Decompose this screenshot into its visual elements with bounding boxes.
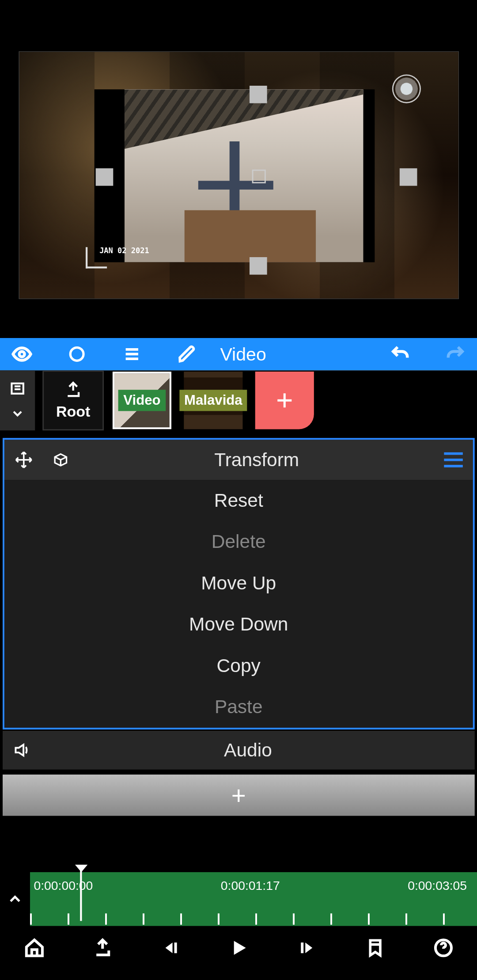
menu-item-move-down[interactable]: Move Down xyxy=(4,604,473,645)
clip-building-decoration xyxy=(184,210,315,262)
resize-handle-top[interactable] xyxy=(250,86,267,103)
transform-panel-header: Transform xyxy=(4,440,473,480)
layer-side-controls xyxy=(0,370,35,430)
plus-icon: + xyxy=(231,781,246,809)
audio-label: Audio xyxy=(31,740,465,761)
share-button[interactable] xyxy=(89,935,115,961)
timeline-track[interactable]: 0:00:00:00 0:00:01:17 0:00:03:05 xyxy=(30,872,477,926)
svg-rect-4 xyxy=(301,942,303,953)
timeline-tick: 0:00:03:05 xyxy=(408,878,467,893)
svg-point-0 xyxy=(19,351,25,357)
move-icon[interactable] xyxy=(15,451,33,469)
layer-thumb-video[interactable]: Video xyxy=(113,372,171,429)
layer-thumb-label: Video xyxy=(118,390,166,411)
timeline-tick: 0:00:01:17 xyxy=(221,878,280,893)
timeline: 0:00:00:00 0:00:01:17 0:00:03:05 xyxy=(0,872,477,926)
resize-handle-left[interactable] xyxy=(96,168,114,186)
corner-brace-icon[interactable] xyxy=(86,247,107,268)
preview-selected-clip[interactable] xyxy=(95,89,375,262)
audio-section[interactable]: Audio xyxy=(3,731,475,770)
svg-point-1 xyxy=(70,348,83,361)
playhead[interactable] xyxy=(80,867,82,921)
record-toggle[interactable] xyxy=(64,346,90,363)
menu-item-delete: Delete xyxy=(4,521,473,562)
menu-item-copy[interactable]: Copy xyxy=(4,645,473,686)
editor-toolbar: Video xyxy=(0,338,477,371)
redo-button[interactable] xyxy=(442,343,468,365)
play-button[interactable] xyxy=(225,935,251,961)
layer-outline-icon[interactable] xyxy=(9,380,26,397)
menu-item-move-up[interactable]: Move Up xyxy=(4,562,473,604)
collapse-chevron-icon[interactable] xyxy=(10,406,25,421)
bottom-nav xyxy=(0,927,477,969)
svg-rect-3 xyxy=(174,942,177,953)
root-layer-button[interactable]: Root xyxy=(42,370,104,430)
panel-menu-button[interactable] xyxy=(444,452,462,467)
hamburger-menu[interactable] xyxy=(119,345,145,363)
plus-icon xyxy=(274,390,295,411)
add-layer-button[interactable] xyxy=(255,372,314,429)
root-layer-label: Root xyxy=(56,403,90,421)
edit-button[interactable] xyxy=(174,345,200,363)
undo-button[interactable] xyxy=(387,343,413,365)
layer-thumb-label: Malavida xyxy=(179,390,247,411)
layer-thumb-malavida[interactable]: Malavida xyxy=(184,372,242,429)
help-button[interactable] xyxy=(430,935,456,961)
menu-item-reset[interactable]: Reset xyxy=(4,480,473,521)
bookmark-button[interactable] xyxy=(362,935,388,961)
add-track-button[interactable]: + xyxy=(3,775,475,816)
step-forward-button[interactable] xyxy=(294,935,320,961)
export-icon xyxy=(64,380,82,399)
transform-panel: Transform Reset Delete Move Up Move Down… xyxy=(3,438,475,729)
anchor-handle[interactable] xyxy=(252,170,266,183)
timeline-expand-button[interactable] xyxy=(0,890,30,908)
timeline-tick: 0:00:00:00 xyxy=(34,878,93,893)
speaker-icon xyxy=(12,741,31,760)
resize-handle-right[interactable] xyxy=(400,168,417,186)
toolbar-title: Video xyxy=(220,344,266,365)
menu-item-paste: Paste xyxy=(4,686,473,727)
preview-canvas[interactable]: JAN 02 2021 xyxy=(19,51,459,299)
cube-icon[interactable] xyxy=(52,451,70,469)
resize-handle-bottom[interactable] xyxy=(250,257,267,275)
step-back-button[interactable] xyxy=(157,935,183,961)
clip-roof-decoration xyxy=(125,89,363,152)
home-button[interactable] xyxy=(21,935,47,961)
visibility-toggle[interactable] xyxy=(9,343,35,365)
layer-strip: Root Video Malavida xyxy=(0,370,477,430)
transform-panel-title: Transform xyxy=(88,449,425,471)
transform-menu-list: Reset Delete Move Up Move Down Copy Past… xyxy=(4,480,473,728)
